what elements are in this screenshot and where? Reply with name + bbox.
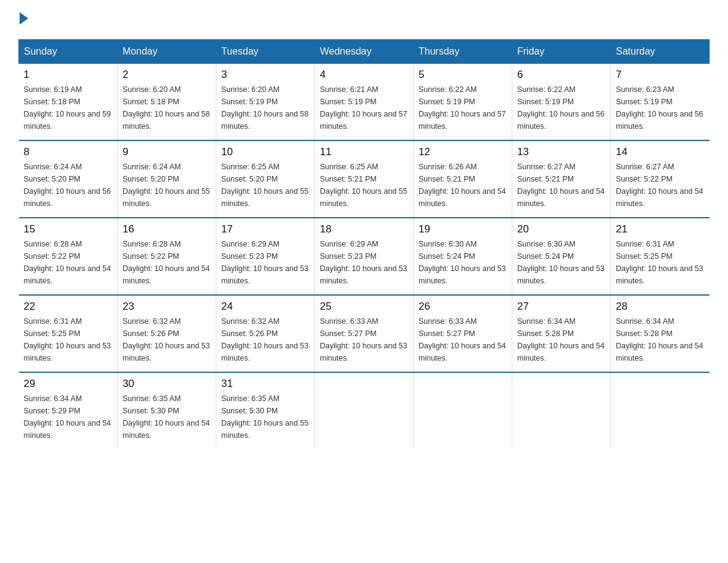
calendar-day-cell: 16Sunrise: 6:28 AMSunset: 5:22 PMDayligh… [118, 218, 216, 295]
calendar-day-cell: 26Sunrise: 6:33 AMSunset: 5:27 PMDayligh… [414, 295, 512, 372]
calendar-day-cell: 19Sunrise: 6:30 AMSunset: 5:24 PMDayligh… [414, 218, 512, 295]
day-number: 2 [123, 69, 211, 81]
calendar-day-cell [315, 372, 414, 449]
day-info: Sunrise: 6:30 AMSunset: 5:24 PMDaylight:… [517, 238, 605, 287]
calendar-day-cell: 3Sunrise: 6:20 AMSunset: 5:19 PMDaylight… [216, 64, 315, 141]
day-info: Sunrise: 6:28 AMSunset: 5:22 PMDaylight:… [123, 238, 211, 287]
day-number: 30 [123, 378, 211, 390]
day-info: Sunrise: 6:27 AMSunset: 5:21 PMDaylight:… [517, 161, 605, 210]
day-number: 29 [24, 378, 113, 390]
day-number: 22 [24, 301, 113, 313]
calendar-day-cell: 12Sunrise: 6:26 AMSunset: 5:21 PMDayligh… [414, 140, 512, 218]
calendar-day-cell [414, 372, 512, 449]
logo-arrow-icon [20, 12, 28, 25]
day-number: 11 [320, 146, 408, 158]
day-info: Sunrise: 6:31 AMSunset: 5:25 PMDaylight:… [24, 315, 113, 364]
day-number: 4 [320, 69, 408, 81]
day-number: 24 [221, 301, 309, 313]
day-info: Sunrise: 6:33 AMSunset: 5:27 PMDaylight:… [320, 315, 408, 364]
day-info: Sunrise: 6:20 AMSunset: 5:18 PMDaylight:… [123, 83, 211, 132]
calendar-table: SundayMondayTuesdayWednesdayThursdayFrid… [18, 39, 710, 449]
day-info: Sunrise: 6:35 AMSunset: 5:30 PMDaylight:… [123, 393, 211, 442]
day-info: Sunrise: 6:26 AMSunset: 5:21 PMDaylight:… [419, 161, 507, 210]
calendar-day-cell: 4Sunrise: 6:21 AMSunset: 5:19 PMDaylight… [315, 64, 414, 141]
calendar-day-cell: 5Sunrise: 6:22 AMSunset: 5:19 PMDaylight… [414, 64, 512, 141]
calendar-day-cell: 11Sunrise: 6:25 AMSunset: 5:21 PMDayligh… [315, 140, 414, 218]
day-info: Sunrise: 6:19 AMSunset: 5:18 PMDaylight:… [24, 83, 113, 132]
day-info: Sunrise: 6:21 AMSunset: 5:19 PMDaylight:… [320, 83, 408, 132]
day-number: 20 [517, 223, 605, 236]
calendar-day-cell: 21Sunrise: 6:31 AMSunset: 5:25 PMDayligh… [611, 218, 710, 295]
day-info: Sunrise: 6:34 AMSunset: 5:29 PMDaylight:… [24, 393, 113, 442]
weekday-header-sunday: Sunday [19, 40, 118, 64]
logo-block [18, 12, 28, 27]
calendar-day-cell: 6Sunrise: 6:22 AMSunset: 5:19 PMDaylight… [512, 64, 611, 141]
day-number: 6 [517, 69, 605, 81]
day-info: Sunrise: 6:20 AMSunset: 5:19 PMDaylight:… [221, 83, 309, 132]
day-info: Sunrise: 6:33 AMSunset: 5:27 PMDaylight:… [419, 315, 507, 364]
day-number: 14 [616, 146, 705, 158]
calendar-day-cell: 29Sunrise: 6:34 AMSunset: 5:29 PMDayligh… [19, 372, 118, 449]
day-number: 31 [221, 378, 309, 390]
weekday-header-friday: Friday [512, 40, 611, 64]
day-number: 26 [419, 301, 507, 313]
calendar-day-cell: 23Sunrise: 6:32 AMSunset: 5:26 PMDayligh… [118, 295, 216, 372]
weekday-header-tuesday: Tuesday [216, 40, 315, 64]
calendar-day-cell: 18Sunrise: 6:29 AMSunset: 5:23 PMDayligh… [315, 218, 414, 295]
day-number: 17 [221, 223, 309, 236]
day-info: Sunrise: 6:24 AMSunset: 5:20 PMDaylight:… [24, 161, 113, 210]
calendar-day-cell: 13Sunrise: 6:27 AMSunset: 5:21 PMDayligh… [512, 140, 611, 218]
calendar-day-cell: 27Sunrise: 6:34 AMSunset: 5:28 PMDayligh… [512, 295, 611, 372]
day-number: 3 [221, 69, 309, 81]
day-info: Sunrise: 6:29 AMSunset: 5:23 PMDaylight:… [320, 238, 408, 287]
calendar-day-cell: 25Sunrise: 6:33 AMSunset: 5:27 PMDayligh… [315, 295, 414, 372]
calendar-day-cell: 31Sunrise: 6:35 AMSunset: 5:30 PMDayligh… [216, 372, 315, 449]
calendar-day-cell: 7Sunrise: 6:23 AMSunset: 5:19 PMDaylight… [611, 64, 710, 141]
day-info: Sunrise: 6:22 AMSunset: 5:19 PMDaylight:… [419, 83, 507, 132]
calendar-week-row: 1Sunrise: 6:19 AMSunset: 5:18 PMDaylight… [19, 64, 710, 141]
day-number: 19 [419, 223, 507, 236]
day-number: 25 [320, 301, 408, 313]
day-info: Sunrise: 6:25 AMSunset: 5:21 PMDaylight:… [320, 161, 408, 210]
day-info: Sunrise: 6:32 AMSunset: 5:26 PMDaylight:… [221, 315, 309, 364]
day-info: Sunrise: 6:35 AMSunset: 5:30 PMDaylight:… [221, 393, 309, 442]
day-number: 5 [419, 69, 507, 81]
calendar-day-cell: 20Sunrise: 6:30 AMSunset: 5:24 PMDayligh… [512, 218, 611, 295]
page-header [18, 12, 710, 27]
day-info: Sunrise: 6:30 AMSunset: 5:24 PMDaylight:… [419, 238, 507, 287]
day-number: 28 [616, 301, 705, 313]
day-info: Sunrise: 6:29 AMSunset: 5:23 PMDaylight:… [221, 238, 309, 287]
calendar-week-row: 29Sunrise: 6:34 AMSunset: 5:29 PMDayligh… [19, 372, 710, 449]
day-number: 15 [24, 223, 113, 236]
day-number: 10 [221, 146, 309, 158]
calendar-day-cell: 17Sunrise: 6:29 AMSunset: 5:23 PMDayligh… [216, 218, 315, 295]
calendar-day-cell [611, 372, 710, 449]
weekday-header-row: SundayMondayTuesdayWednesdayThursdayFrid… [19, 40, 710, 64]
day-info: Sunrise: 6:23 AMSunset: 5:19 PMDaylight:… [616, 83, 705, 132]
weekday-header-thursday: Thursday [414, 40, 512, 64]
calendar-week-row: 15Sunrise: 6:28 AMSunset: 5:22 PMDayligh… [19, 218, 710, 295]
day-number: 9 [123, 146, 211, 158]
calendar-day-cell: 14Sunrise: 6:27 AMSunset: 5:22 PMDayligh… [611, 140, 710, 218]
day-number: 21 [616, 223, 705, 236]
calendar-day-cell: 10Sunrise: 6:25 AMSunset: 5:20 PMDayligh… [216, 140, 315, 218]
weekday-header-monday: Monday [118, 40, 216, 64]
calendar-day-cell: 24Sunrise: 6:32 AMSunset: 5:26 PMDayligh… [216, 295, 315, 372]
day-info: Sunrise: 6:28 AMSunset: 5:22 PMDaylight:… [24, 238, 113, 287]
day-info: Sunrise: 6:34 AMSunset: 5:28 PMDaylight:… [517, 315, 605, 364]
day-info: Sunrise: 6:32 AMSunset: 5:26 PMDaylight:… [123, 315, 211, 364]
calendar-day-cell [512, 372, 611, 449]
day-number: 8 [24, 146, 113, 158]
day-number: 7 [616, 69, 705, 81]
day-number: 1 [24, 69, 113, 81]
day-info: Sunrise: 6:24 AMSunset: 5:20 PMDaylight:… [123, 161, 211, 210]
calendar-day-cell: 22Sunrise: 6:31 AMSunset: 5:25 PMDayligh… [19, 295, 118, 372]
calendar-week-row: 22Sunrise: 6:31 AMSunset: 5:25 PMDayligh… [19, 295, 710, 372]
calendar-week-row: 8Sunrise: 6:24 AMSunset: 5:20 PMDaylight… [19, 140, 710, 218]
day-number: 27 [517, 301, 605, 313]
day-info: Sunrise: 6:34 AMSunset: 5:28 PMDaylight:… [616, 315, 705, 364]
day-number: 13 [517, 146, 605, 158]
calendar-day-cell: 8Sunrise: 6:24 AMSunset: 5:20 PMDaylight… [19, 140, 118, 218]
calendar-day-cell: 15Sunrise: 6:28 AMSunset: 5:22 PMDayligh… [19, 218, 118, 295]
weekday-header-saturday: Saturday [611, 40, 710, 64]
